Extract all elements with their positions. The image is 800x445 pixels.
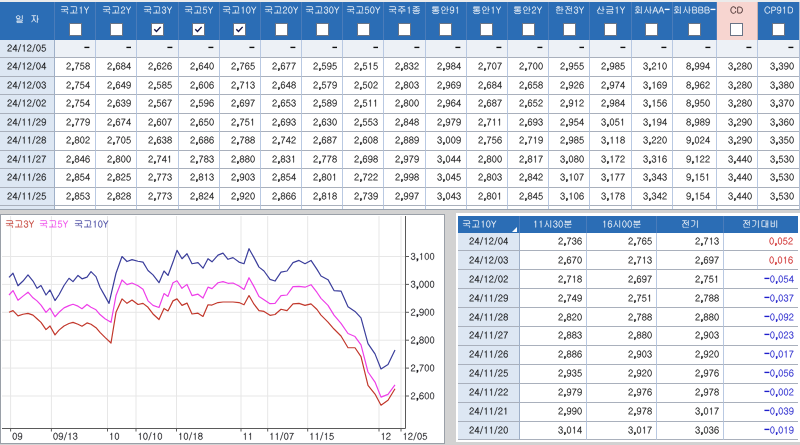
rt-1130-cell xyxy=(520,365,587,384)
rt-1130-cell xyxy=(520,270,587,289)
yield-cell xyxy=(508,114,549,133)
checkbox-국고20Y[interactable] xyxy=(275,23,288,36)
rt-header-16시00분[interactable] xyxy=(587,216,657,233)
yield-cell xyxy=(467,114,508,133)
checkbox-통안91[interactable] xyxy=(439,23,452,36)
yield-cell xyxy=(549,151,590,170)
date-cell xyxy=(0,95,55,114)
column-header-국고5Y xyxy=(179,2,220,20)
rt-date-cell xyxy=(458,327,520,346)
rt-1600-cell xyxy=(587,308,657,327)
rt-1600-cell xyxy=(587,346,657,365)
column-header-국고2Y xyxy=(96,2,137,20)
yield-cell xyxy=(55,95,96,114)
rt-header-국고10Y[interactable] xyxy=(458,216,520,233)
yield-cell-partial xyxy=(632,206,673,210)
rt-header-전기대비[interactable] xyxy=(724,216,798,233)
checkbox-국주1종[interactable] xyxy=(398,23,411,36)
yield-cell xyxy=(384,95,425,114)
yield-cell xyxy=(673,95,717,114)
column-header-CP91D xyxy=(758,2,799,20)
ktb10y-intraday-table xyxy=(456,213,800,442)
checkbox-국고2Y[interactable] xyxy=(110,23,123,36)
column-checkbox-cell-국고3Y xyxy=(137,20,178,40)
checkbox-회사AA-[interactable] xyxy=(645,23,658,36)
yield-cell xyxy=(467,77,508,96)
checkbox-통안2Y[interactable] xyxy=(522,23,535,36)
rt-prev-cell xyxy=(657,270,724,289)
yield-cell xyxy=(717,132,758,151)
rt-1600-cell xyxy=(587,251,657,270)
yield-cell xyxy=(758,58,799,77)
yield-cell xyxy=(179,40,220,59)
column-checkbox-cell-국고2Y xyxy=(96,20,137,40)
yield-cell xyxy=(343,188,384,207)
yield-cell xyxy=(717,77,758,96)
yield-cell xyxy=(343,58,384,77)
yield-cell xyxy=(549,77,590,96)
rt-prev-cell xyxy=(657,289,724,308)
yield-cell xyxy=(261,58,302,77)
checkbox-한전3Y[interactable] xyxy=(563,23,576,36)
checkbox-국고1Y[interactable] xyxy=(69,23,82,36)
yield-cell-partial xyxy=(467,206,508,210)
checkbox-통안1Y[interactable] xyxy=(480,23,493,36)
yield-cell xyxy=(384,169,425,188)
yield-cell xyxy=(220,132,261,151)
yield-cell xyxy=(590,95,631,114)
checkbox-국고50Y[interactable] xyxy=(357,23,370,36)
rt-prev-cell xyxy=(657,233,724,252)
yield-cell xyxy=(508,40,549,59)
yield-cell xyxy=(717,151,758,170)
yield-cell xyxy=(590,77,631,96)
rt-1600-cell xyxy=(587,327,657,346)
rt-header-11시30분[interactable] xyxy=(520,216,587,233)
yield-cell-partial xyxy=(384,206,425,210)
date-cell xyxy=(0,40,55,59)
yield-cell xyxy=(758,151,799,170)
yield-cell xyxy=(549,169,590,188)
date-cell xyxy=(0,114,55,133)
rt-prev-cell xyxy=(657,384,724,403)
checkbox-국고5Y[interactable] xyxy=(192,23,205,36)
yield-cell xyxy=(179,114,220,133)
checkbox-CD[interactable] xyxy=(730,23,743,36)
yield-cell xyxy=(549,58,590,77)
checkbox-국고10Y[interactable] xyxy=(233,23,246,36)
column-checkbox-cell-CP91D xyxy=(758,20,799,40)
checkbox-국고30Y[interactable] xyxy=(316,23,329,36)
yield-cell xyxy=(508,169,549,188)
yield-cell-partial xyxy=(137,206,178,210)
column-checkbox-cell-국주1종 xyxy=(384,20,425,40)
column-checkbox-cell-국고20Y xyxy=(261,20,302,40)
checkbox-국고3Y[interactable] xyxy=(151,23,164,36)
yield-cell xyxy=(426,151,467,170)
yield-cell xyxy=(137,95,178,114)
yield-cell xyxy=(673,77,717,96)
yield-cell xyxy=(467,188,508,207)
yield-cell xyxy=(758,77,799,96)
checkbox-산금1Y[interactable] xyxy=(604,23,617,36)
yield-cell xyxy=(758,114,799,133)
rt-1130-cell xyxy=(520,403,587,422)
checkbox-CP91D[interactable] xyxy=(772,23,785,36)
yield-cell xyxy=(220,188,261,207)
date-cell-partial xyxy=(0,206,55,210)
rt-date-cell xyxy=(458,346,520,365)
yield-cell xyxy=(179,151,220,170)
rt-header-전기[interactable] xyxy=(657,216,724,233)
yield-cell xyxy=(673,114,717,133)
yield-cell xyxy=(220,151,261,170)
yield-cell xyxy=(384,132,425,151)
yield-chart xyxy=(1,215,444,444)
yield-cell xyxy=(302,132,343,151)
yield-cell xyxy=(632,95,673,114)
yield-cell xyxy=(590,151,631,170)
yield-cell xyxy=(717,114,758,133)
yield-cell xyxy=(549,114,590,133)
yield-cell xyxy=(55,188,96,207)
yield-cell xyxy=(508,77,549,96)
yield-cell xyxy=(96,169,137,188)
legend-item-국고10Y xyxy=(74,220,109,229)
checkbox-회사BBB-[interactable] xyxy=(688,23,701,36)
